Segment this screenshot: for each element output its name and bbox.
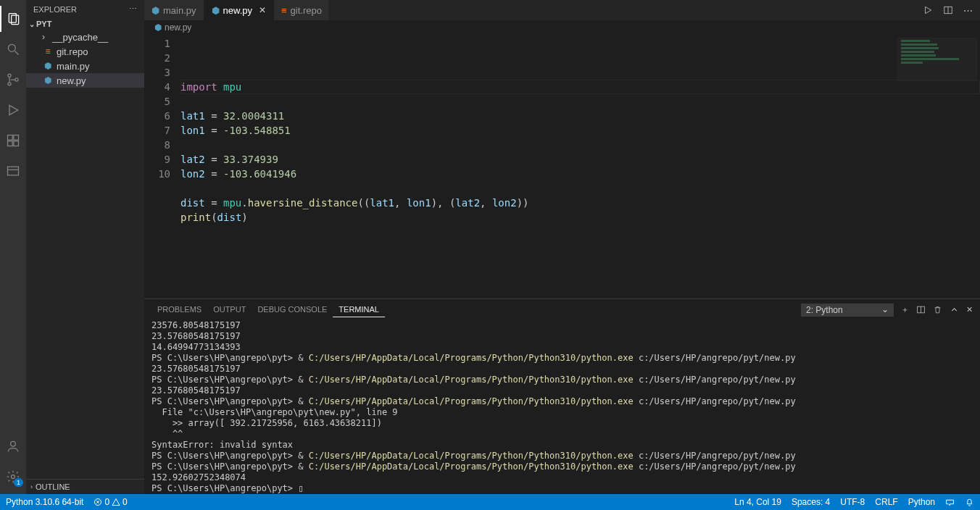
- panel-tab[interactable]: DEBUG CONSOLE: [252, 302, 333, 317]
- extensions-icon[interactable]: [0, 128, 26, 154]
- chevron-right-icon: ›: [30, 483, 33, 490]
- settings-icon[interactable]: 1: [0, 464, 26, 490]
- terminal-line: SyntaxError: invalid syntax: [151, 440, 973, 451]
- status-feedback-icon[interactable]: [945, 498, 955, 507]
- status-bar: Python 3.10.6 64-bit 0 0 Ln 4, Col 19 Sp…: [0, 494, 980, 510]
- status-cursor-position[interactable]: Ln 4, Col 19: [734, 497, 781, 507]
- chevron-down-icon: ⌄: [29, 20, 35, 28]
- svg-rect-9: [14, 135, 19, 141]
- layout-icon[interactable]: [0, 158, 26, 184]
- folder-root-label: PYT: [36, 20, 51, 28]
- chevron-right-icon: ›: [38, 32, 49, 42]
- editor[interactable]: 12345678910 import mpu lat1 = 32.0004311…: [144, 35, 980, 298]
- maximize-panel-icon[interactable]: [950, 305, 959, 314]
- svg-point-6: [15, 78, 18, 81]
- terminal-line: 23.57680548175197: [151, 385, 973, 396]
- tree-file[interactable]: ≡git.repo: [26, 44, 144, 59]
- status-language[interactable]: Python: [908, 497, 935, 507]
- code-line: print(dist): [180, 210, 980, 225]
- svg-rect-10: [8, 141, 13, 146]
- tab-more-icon[interactable]: ⋯: [963, 5, 973, 16]
- terminal-line: 23.57680548175197: [151, 331, 973, 342]
- new-terminal-icon[interactable]: ＋: [901, 304, 909, 315]
- account-icon[interactable]: [0, 433, 26, 459]
- terminal-line: PS C:\Users\HP\angrepo\pyt> ▯: [151, 483, 973, 494]
- bottom-panel: PROBLEMSOUTPUTDEBUG CONSOLETERMINAL 2: P…: [144, 298, 980, 494]
- terminal-line: 14.64994773134393: [151, 342, 973, 353]
- activity-bar: 1: [0, 0, 26, 494]
- code-line: lat1 = 32.0004311: [180, 109, 980, 123]
- code-line: dist = mpu.haversine_distance((lat1, lon…: [180, 196, 980, 210]
- terminal-line: 23576.80548175197: [151, 320, 973, 331]
- code-line: [180, 94, 980, 109]
- svg-marker-16: [926, 7, 931, 13]
- panel-tab[interactable]: TERMINAL: [333, 302, 385, 317]
- svg-point-4: [8, 74, 11, 77]
- run-icon[interactable]: [923, 5, 933, 15]
- terminal-line: >> array([ 392.21725956, 6163.43638211]): [151, 418, 973, 429]
- status-problems[interactable]: 0 0: [94, 497, 127, 507]
- breadcrumb-label: new.py: [165, 22, 191, 33]
- explorer-more-icon[interactable]: ⋯: [129, 4, 137, 14]
- terminal-line: File "c:\Users\HP\angrepo\pyt\new.py", l…: [151, 407, 973, 418]
- editor-tab[interactable]: ≡git.repo: [274, 0, 330, 20]
- editor-tabs: ⬢main.py⬢new.py✕≡git.repo ⋯: [144, 0, 980, 20]
- terminal-selector[interactable]: 2: Python: [801, 304, 894, 317]
- svg-rect-11: [14, 141, 19, 146]
- terminal-line: PS C:\Users\HP\angrepo\pyt> & C:/Users/H…: [151, 353, 973, 364]
- settings-badge: 1: [14, 478, 23, 487]
- svg-rect-8: [8, 135, 13, 141]
- svg-point-15: [12, 475, 15, 479]
- python-file-icon: ⬢: [42, 61, 54, 71]
- tree-item-label: __pycache__: [52, 32, 108, 43]
- tree-file[interactable]: ⬢main.py: [26, 59, 144, 73]
- editor-tab[interactable]: ⬢new.py✕: [204, 0, 274, 20]
- sidebar: EXPLORER ⋯ ⌄ PYT ›__pycache__≡git.repo⬢m…: [26, 0, 144, 494]
- source-control-icon[interactable]: [0, 67, 26, 93]
- terminal-line: PS C:\Users\HP\angrepo\pyt> & C:/Users/H…: [151, 451, 973, 461]
- terminal-output[interactable]: 23576.8054817519723.5768054817519714.649…: [144, 317, 980, 494]
- editor-tab[interactable]: ⬢main.py: [144, 0, 204, 20]
- terminal-line: PS C:\Users\HP\angrepo\pyt> & C:/Users/H…: [151, 375, 973, 385]
- explorer-title: EXPLORER: [33, 5, 77, 14]
- terminal-selector-label: 2: Python: [806, 305, 843, 315]
- svg-line-3: [15, 51, 19, 55]
- run-debug-icon[interactable]: [0, 97, 26, 123]
- panel-tab[interactable]: OUTPUT: [207, 302, 252, 317]
- code-line: [180, 138, 980, 152]
- kill-terminal-icon[interactable]: [933, 305, 942, 314]
- terminal-line: PS C:\Users\HP\angrepo\pyt> & C:/Users/H…: [151, 461, 973, 472]
- tab-label: git.repo: [291, 5, 322, 16]
- tree-folder[interactable]: ›__pycache__: [26, 30, 144, 44]
- split-editor-icon[interactable]: [943, 5, 953, 15]
- terminal-line: 23.57680548175197: [151, 364, 973, 375]
- search-icon[interactable]: [0, 36, 26, 62]
- outline-section[interactable]: › OUTLINE: [26, 479, 144, 494]
- breadcrumb[interactable]: ⬢ new.py: [144, 20, 980, 35]
- status-python-interpreter[interactable]: Python 3.10.6 64-bit: [6, 497, 83, 507]
- terminal-line: 152.92602752348074: [151, 472, 973, 483]
- status-bell-icon[interactable]: [965, 498, 974, 507]
- python-file-icon: ⬢: [212, 5, 220, 16]
- line-gutter: 12345678910: [144, 35, 180, 298]
- terminal-line: ^^: [151, 429, 973, 440]
- explorer-icon[interactable]: [0, 6, 26, 32]
- folder-root[interactable]: ⌄ PYT: [26, 18, 144, 30]
- status-indentation[interactable]: Spaces: 4: [792, 497, 830, 507]
- tree-item-label: git.repo: [57, 46, 88, 57]
- split-terminal-icon[interactable]: [916, 305, 926, 314]
- code-line: [180, 181, 980, 196]
- status-encoding[interactable]: UTF-8: [840, 497, 865, 507]
- repo-file-icon: ≡: [42, 46, 54, 57]
- status-eol[interactable]: CRLF: [875, 497, 897, 507]
- terminal-line: PS C:\Users\HP\angrepo\pyt> & C:/Users/H…: [151, 396, 973, 407]
- close-icon[interactable]: ✕: [259, 5, 266, 15]
- svg-point-5: [8, 83, 11, 85]
- panel-tab[interactable]: PROBLEMS: [151, 302, 207, 317]
- tree-file[interactable]: ⬢new.py: [26, 73, 144, 88]
- minimap[interactable]: [897, 38, 977, 81]
- close-panel-icon[interactable]: ✕: [966, 305, 973, 314]
- code-area[interactable]: import mpu lat1 = 32.0004311lon1 = -103.…: [180, 35, 980, 298]
- svg-point-14: [11, 441, 16, 446]
- svg-marker-7: [9, 105, 18, 114]
